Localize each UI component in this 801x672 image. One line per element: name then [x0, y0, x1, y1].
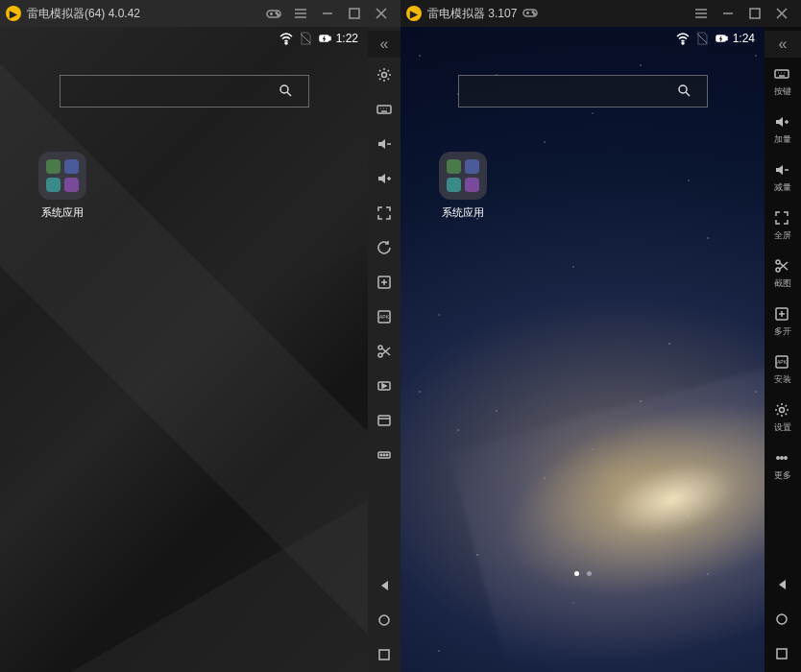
search-input[interactable] — [60, 75, 309, 108]
volume-up-button[interactable]: 加量 — [765, 106, 801, 154]
clock: 1:22 — [336, 32, 358, 45]
collapse-button[interactable]: « — [765, 31, 801, 58]
no-sim-icon — [298, 31, 313, 46]
wallpaper — [0, 27, 368, 672]
android-statusbar: 1:22 — [0, 27, 368, 50]
more-button[interactable]: 更多 — [765, 442, 801, 490]
system-apps-folder[interactable]: 系统应用 — [29, 152, 96, 220]
battery-icon — [714, 31, 729, 46]
toolbar-left: « — [368, 27, 400, 672]
keymap-button[interactable]: 按键 — [765, 58, 801, 106]
page-indicator — [574, 571, 592, 576]
settings-icon[interactable] — [368, 58, 400, 92]
clock: 1:24 — [733, 32, 755, 45]
settings-button[interactable]: 设置 — [765, 394, 801, 442]
gamepad-icon[interactable] — [260, 0, 287, 27]
back-icon[interactable] — [368, 568, 400, 603]
recent-icon[interactable] — [765, 637, 801, 672]
home-icon[interactable] — [765, 603, 801, 637]
logo-icon: ▶ — [406, 6, 422, 21]
volume-down-button[interactable]: 减量 — [765, 154, 801, 202]
maximize-button[interactable] — [741, 0, 768, 27]
system-apps-folder[interactable]: 系统应用 — [429, 152, 497, 220]
folder-label: 系统应用 — [29, 205, 96, 220]
menu-icon[interactable] — [688, 0, 715, 27]
dot-active — [574, 571, 579, 576]
record-icon[interactable] — [368, 369, 400, 403]
rotate-icon[interactable] — [368, 230, 400, 265]
phone-screen-right[interactable]: 1:24 系统应用 — [400, 27, 765, 672]
back-icon[interactable] — [765, 568, 801, 603]
close-button[interactable] — [368, 0, 395, 27]
volume-down-icon[interactable] — [368, 127, 400, 161]
scissors-icon[interactable] — [368, 334, 400, 369]
search-icon — [278, 83, 293, 101]
titlebar-left: ▶ 雷电模拟器(64) 4.0.42 — [0, 0, 400, 27]
home-icon[interactable] — [368, 603, 400, 637]
wifi-icon — [675, 31, 691, 46]
minimize-button[interactable] — [314, 0, 341, 27]
phone-screen-left[interactable]: 1:22 系统应用 — [0, 27, 368, 672]
search-icon — [676, 83, 692, 101]
apk-install-icon[interactable] — [368, 300, 400, 334]
folder-icon — [38, 152, 86, 200]
menu-icon[interactable] — [287, 0, 314, 27]
search-input[interactable] — [458, 75, 708, 108]
window-title: 雷电模拟器 3.107 — [427, 6, 517, 22]
install-button[interactable]: 安装 — [765, 346, 801, 394]
logo-icon: ▶ — [6, 6, 21, 21]
collapse-button[interactable]: « — [368, 31, 400, 58]
multi-instance-button[interactable]: 多开 — [765, 298, 801, 346]
toolbar-right: « 按键 加量 减量 全屏 截图 多开 安装 设置 更多 — [765, 27, 801, 672]
screenshot-button[interactable]: 截图 — [765, 250, 801, 298]
close-button[interactable] — [768, 0, 795, 27]
fullscreen-button[interactable]: 全屏 — [765, 202, 801, 250]
fullscreen-icon[interactable] — [368, 196, 400, 230]
battery-icon — [317, 31, 332, 46]
keyboard-icon[interactable] — [368, 92, 400, 127]
folder-label: 系统应用 — [429, 205, 497, 220]
folder-icon — [439, 152, 487, 200]
no-sim-icon — [694, 31, 710, 46]
window-title: 雷电模拟器(64) 4.0.42 — [27, 6, 140, 22]
dot — [587, 571, 592, 576]
android-statusbar: 1:24 — [400, 27, 765, 50]
recent-icon[interactable] — [368, 637, 400, 672]
maximize-button[interactable] — [341, 0, 368, 27]
gamepad-icon[interactable] — [522, 5, 538, 23]
wifi-icon — [279, 31, 294, 46]
minimize-button[interactable] — [715, 0, 741, 27]
window-icon[interactable] — [368, 403, 400, 438]
titlebar-right: ▶ 雷电模拟器 3.107 — [400, 0, 801, 27]
add-box-icon[interactable] — [368, 265, 400, 300]
more-icon[interactable] — [368, 438, 400, 472]
volume-up-icon[interactable] — [368, 161, 400, 196]
